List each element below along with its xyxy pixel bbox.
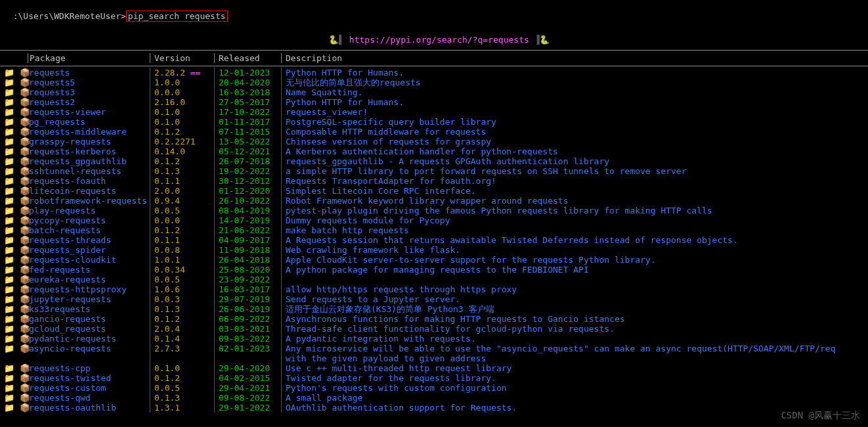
- table-row[interactable]: 📁 📦robotframework-requests0.9.426-10-202…: [0, 196, 868, 206]
- package-description: A Kerberos authentication handler for py…: [281, 146, 868, 156]
- package-name[interactable]: requests-viewer: [28, 107, 150, 117]
- package-description: Name Squatting.: [281, 87, 868, 97]
- package-version: 0.0.5: [150, 206, 214, 215]
- package-name[interactable]: requests-cloudkit: [28, 255, 150, 265]
- package-release-date: 06-09-2022: [214, 314, 281, 324]
- table-row[interactable]: 📁 📦jupyter-requests0.0.329-07-2019Send r…: [0, 294, 868, 304]
- package-name[interactable]: batch-requests: [28, 225, 150, 235]
- search-url[interactable]: https://pypi.org/search/?q=requests: [349, 35, 529, 45]
- package-version: 0.1.1: [150, 176, 214, 186]
- row-icons: 📁 📦: [0, 97, 28, 107]
- table-row[interactable]: 📁 📦requests-threads0.1.104-09-2017A Requ…: [0, 235, 868, 245]
- package-release-date: 23-09-2022: [214, 275, 281, 284]
- package-name[interactable]: asyncio-requests: [28, 344, 150, 353]
- package-name[interactable]: requests-httpsproxy: [28, 284, 150, 294]
- table-row[interactable]: 📁 📦gcloud_requests2.0.403-03-2021Thread-…: [0, 324, 868, 334]
- table-row[interactable]: 📁 📦batch-requests0.1.221-06-2022make bat…: [0, 225, 868, 235]
- package-release-date: 01-12-2020: [214, 186, 281, 196]
- table-row[interactable]: 📁 📦requests-twisted0.1.204-02-2015Twiste…: [0, 373, 868, 383]
- package-description: 适用于金山云对象存储(KS3)的简单 Python3 客户端: [281, 304, 868, 314]
- package-name[interactable]: play-requests: [28, 206, 150, 215]
- table-row[interactable]: 📁 📦requests-middleware0.1.207-11-2015Com…: [0, 127, 868, 137]
- table-row[interactable]: 📁 📦requests51.0.020-04-2020无与伦比的简单且强大的re…: [0, 78, 868, 87]
- package-name[interactable]: requests-middleware: [28, 127, 150, 137]
- table-row[interactable]: 📁 📦requests_spider0.0.811-09-2018Web cra…: [0, 245, 868, 255]
- package-release-date: 08-04-2019: [214, 206, 281, 215]
- table-row[interactable]: 📁 📦requests2.28.2 ==12-01-2023Python HTT…: [0, 68, 868, 78]
- package-version: 0.1.2: [150, 225, 214, 235]
- package-name[interactable]: requests-kerberos: [28, 146, 150, 156]
- package-name[interactable]: ks33requests: [28, 304, 150, 314]
- package-name[interactable]: grasspy-requests: [28, 137, 150, 146]
- table-row[interactable]: 📁 📦requests22.16.027-05-2017Python HTTP …: [0, 97, 868, 107]
- package-version: 0.1.2: [150, 373, 214, 383]
- table-row[interactable]: 📁 📦requests30.0.016-03-2018Name Squattin…: [0, 87, 868, 97]
- package-description: Python HTTP for Humans.: [281, 68, 868, 78]
- table-row[interactable]: 📁 📦fed-requests0.0.3425-08-2020A python …: [0, 265, 868, 275]
- package-name[interactable]: requests-twisted: [28, 373, 150, 383]
- package-release-date: 13-05-2022: [214, 137, 281, 146]
- package-name[interactable]: pycopy-requests: [28, 215, 150, 225]
- package-name[interactable]: requests-foauth: [28, 176, 150, 186]
- package-name[interactable]: jupyter-requests: [28, 294, 150, 304]
- table-row[interactable]: 📁 📦grasspy-requests0.2.227113-05-2022Chi…: [0, 137, 868, 146]
- package-description: Simplest Litecoin Core RPC interface.: [281, 186, 868, 196]
- header-version: Version: [150, 53, 214, 63]
- package-name[interactable]: pg_requests: [28, 117, 150, 127]
- package-name[interactable]: fed-requests: [28, 265, 150, 275]
- row-icons: 📁 📦: [0, 393, 28, 403]
- package-name[interactable]: requests5: [28, 78, 150, 87]
- package-release-date: 02-01-2023: [214, 344, 281, 353]
- package-name[interactable]: requests-oauthlib: [28, 403, 150, 413]
- row-icons: 📁 📦: [0, 403, 28, 413]
- package-name[interactable]: gcloud_requests: [28, 324, 150, 334]
- row-icons: 📁 📦: [0, 245, 28, 255]
- table-row[interactable]: 📁 📦asyncio-requests2.7.302-01-2023Any mi…: [0, 344, 868, 353]
- package-release-date: 16-03-2017: [214, 284, 281, 294]
- package-name[interactable]: requests3: [28, 87, 150, 97]
- package-name[interactable]: gancio-requests: [28, 314, 150, 324]
- table-row[interactable]: 📁 📦requests-kerberos0.14.005-12-2021A Ke…: [0, 146, 868, 156]
- package-name[interactable]: sshtunnel-requests: [28, 166, 150, 176]
- package-name[interactable]: requests-threads: [28, 235, 150, 245]
- package-name[interactable]: requests2: [28, 97, 150, 107]
- table-row[interactable]: 📁 📦play-requests0.0.508-04-2019pytest-pl…: [0, 206, 868, 215]
- package-name[interactable]: robotframework-requests: [28, 196, 150, 206]
- package-description: requests_viewer!: [281, 107, 868, 117]
- package-version: 2.16.0: [150, 97, 214, 107]
- table-row[interactable]: 📁 📦requests-cloudkit1.0.126-04-2018Apple…: [0, 255, 868, 265]
- table-row[interactable]: 📁 📦gancio-requests0.1.206-09-2022Asynchr…: [0, 314, 868, 324]
- package-name[interactable]: pydantic-requests: [28, 334, 150, 344]
- table-row[interactable]: 📁 📦requests-cpp0.1.029-04-2020Use c ++ m…: [0, 363, 868, 373]
- table-row[interactable]: 📁 📦pydantic-requests0.1.409-03-2022A pyd…: [0, 334, 868, 344]
- package-release-date: 09-08-2022: [214, 393, 281, 403]
- package-description: Python HTTP for Humans.: [281, 97, 868, 107]
- table-row[interactable]: 📁 📦requests-oauthlib1.3.129-01-2022OAuth…: [0, 403, 868, 413]
- table-row[interactable]: 📁 📦requests-foauth0.1.130-12-2012Request…: [0, 176, 868, 186]
- package-description: PostgreSQL-specific query builder librar…: [281, 117, 868, 127]
- package-name[interactable]: litecoin-requests: [28, 186, 150, 196]
- package-name[interactable]: requests: [28, 68, 150, 78]
- table-row[interactable]: 📁 📦requests-httpsproxy1.0.616-03-2017all…: [0, 284, 868, 294]
- table-row[interactable]: 📁 📦requests-viewer0.1.017-10-2022request…: [0, 107, 868, 117]
- package-name[interactable]: requests-custom: [28, 383, 150, 393]
- table-row[interactable]: 📁 📦eureka-requests0.0.523-09-2022: [0, 275, 868, 284]
- table-row[interactable]: 📁 📦litecoin-requests2.0.001-12-2020Simpl…: [0, 186, 868, 196]
- package-release-date: 12-01-2023: [214, 68, 281, 78]
- package-name[interactable]: requests-cpp: [28, 363, 150, 373]
- table-row[interactable]: 📁 📦ks33requests0.1.326-06-2019适用于金山云对象存储…: [0, 304, 868, 314]
- package-name[interactable]: requests_spider: [28, 245, 150, 255]
- package-name[interactable]: requests_gpgauthlib: [28, 156, 150, 166]
- package-version: 0.0.5: [150, 383, 214, 393]
- package-version: 1.0.1: [150, 255, 214, 265]
- url-decoration-right: ▐🐍: [534, 35, 550, 45]
- package-description: Chinsese version of requests for grasspy: [281, 137, 868, 146]
- table-row[interactable]: 📁 📦requests_gpgauthlib0.1.226-07-2018req…: [0, 156, 868, 166]
- package-name[interactable]: eureka-requests: [28, 275, 150, 284]
- package-name[interactable]: requests-qwd: [28, 393, 150, 403]
- table-row[interactable]: 📁 📦requests-custom0.0.529-04-2021Python'…: [0, 383, 868, 393]
- table-row[interactable]: 📁 📦pg_requests0.1.001-11-2017PostgreSQL-…: [0, 117, 868, 127]
- table-row[interactable]: 📁 📦sshtunnel-requests0.1.319-02-2022a si…: [0, 166, 868, 176]
- table-row[interactable]: 📁 📦pycopy-requests0.0.014-07-2019Dummy r…: [0, 215, 868, 225]
- table-row[interactable]: 📁 📦requests-qwd0.1.309-08-2022A small pa…: [0, 393, 868, 403]
